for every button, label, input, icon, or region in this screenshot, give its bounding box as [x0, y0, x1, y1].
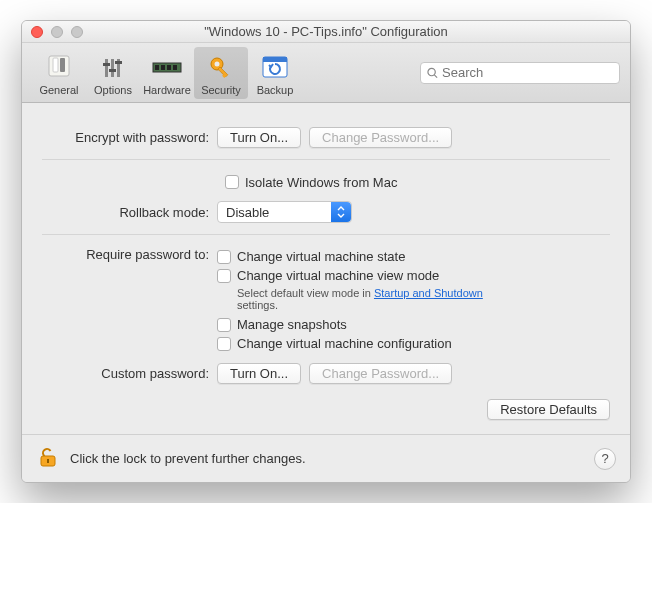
req-state-checkbox[interactable] [217, 250, 231, 264]
memory-icon [151, 54, 183, 82]
svg-rect-4 [111, 59, 114, 77]
svg-rect-10 [155, 65, 159, 70]
req-viewmode-checkbox[interactable] [217, 269, 231, 283]
svg-rect-11 [161, 65, 165, 70]
svg-rect-12 [167, 65, 171, 70]
key-icon [205, 54, 237, 82]
search-field[interactable] [420, 62, 620, 84]
svg-point-15 [215, 61, 220, 66]
close-button[interactable] [31, 26, 43, 38]
req-config-checkbox[interactable] [217, 337, 231, 351]
titlebar: "Windows 10 - PC-Tips.info" Configuratio… [22, 21, 630, 43]
tab-label: Security [201, 84, 241, 96]
svg-rect-0 [49, 56, 69, 76]
svg-rect-2 [60, 58, 65, 72]
encrypt-turn-on-button[interactable]: Turn On... [217, 127, 301, 148]
svg-rect-3 [105, 59, 108, 77]
help-button[interactable]: ? [594, 448, 616, 470]
preferences-toolbar: General Options [22, 43, 630, 103]
svg-line-21 [434, 74, 437, 77]
restore-defaults-button[interactable]: Restore Defaults [487, 399, 610, 420]
window-controls [31, 26, 83, 38]
tab-label: Options [94, 84, 132, 96]
search-icon [427, 67, 438, 79]
security-pane: Encrypt with password: Turn On... Change… [22, 103, 630, 434]
svg-point-20 [428, 68, 435, 75]
divider [42, 159, 610, 160]
svg-rect-7 [109, 69, 116, 72]
encrypt-label: Encrypt with password: [42, 130, 217, 145]
svg-rect-23 [47, 459, 49, 463]
svg-rect-1 [53, 58, 58, 72]
tab-general[interactable]: General [32, 47, 86, 99]
svg-rect-13 [173, 65, 177, 70]
search-input[interactable] [442, 65, 613, 80]
svg-rect-6 [103, 63, 110, 66]
req-config-label: Change virtual machine configuration [237, 336, 452, 351]
window-title: "Windows 10 - PC-Tips.info" Configuratio… [22, 24, 630, 39]
rollback-label: Rollback mode: [42, 205, 217, 220]
tab-security[interactable]: Security [194, 47, 248, 99]
req-snapshots-checkbox[interactable] [217, 318, 231, 332]
svg-rect-8 [115, 61, 122, 64]
tab-label: Hardware [143, 84, 191, 96]
backup-icon [259, 54, 291, 82]
configuration-window: "Windows 10 - PC-Tips.info" Configuratio… [21, 20, 631, 483]
viewmode-hint: Select default view mode in Startup and … [217, 287, 517, 311]
custom-turn-on-button[interactable]: Turn On... [217, 363, 301, 384]
req-viewmode-label: Change virtual machine view mode [237, 268, 439, 283]
divider [42, 234, 610, 235]
custom-change-password-button: Change Password... [309, 363, 452, 384]
tab-hardware[interactable]: Hardware [140, 47, 194, 99]
switch-icon [43, 54, 75, 82]
isolate-label: Isolate Windows from Mac [245, 175, 397, 190]
lock-icon[interactable] [36, 445, 60, 472]
sliders-icon [97, 54, 129, 82]
custom-password-label: Custom password: [42, 366, 217, 381]
lock-text: Click the lock to prevent further change… [70, 451, 306, 466]
require-password-label: Require password to: [42, 245, 217, 262]
tab-options[interactable]: Options [86, 47, 140, 99]
tab-backup[interactable]: Backup [248, 47, 302, 99]
rollback-value: Disable [226, 205, 269, 220]
rollback-select[interactable]: Disable [217, 201, 352, 223]
zoom-button[interactable] [71, 26, 83, 38]
chevron-updown-icon [331, 202, 351, 222]
tab-label: Backup [257, 84, 294, 96]
req-state-label: Change virtual machine state [237, 249, 405, 264]
tab-label: General [39, 84, 78, 96]
svg-rect-19 [263, 57, 287, 62]
req-snapshots-label: Manage snapshots [237, 317, 347, 332]
isolate-checkbox[interactable] [225, 175, 239, 189]
encrypt-change-password-button: Change Password... [309, 127, 452, 148]
footer: Click the lock to prevent further change… [22, 434, 630, 482]
startup-shutdown-link[interactable]: Startup and Shutdown [374, 287, 483, 299]
minimize-button[interactable] [51, 26, 63, 38]
